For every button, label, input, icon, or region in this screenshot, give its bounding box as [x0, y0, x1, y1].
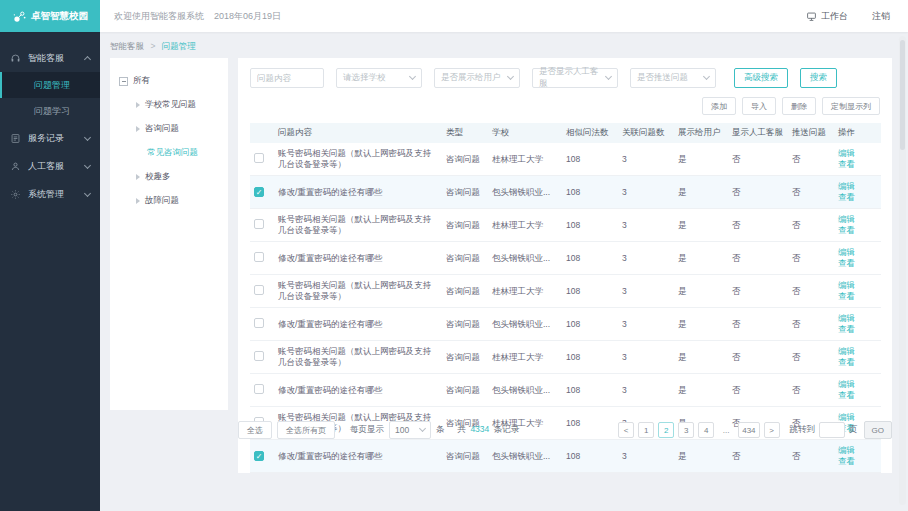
school-select-value: 请选择学校: [343, 72, 386, 84]
edit-link[interactable]: 编辑: [838, 445, 855, 455]
table-row: 修改/重置密码的途径有哪些咨询问题包头钢铁职业...1083是否否编辑查看: [250, 308, 881, 341]
expand-caret-icon[interactable]: [136, 174, 140, 180]
view-link[interactable]: 查看: [838, 192, 855, 202]
operations-cell: 编辑查看: [834, 275, 881, 308]
show-agent-select[interactable]: 是否显示人工客服: [532, 68, 618, 88]
school-select[interactable]: 请选择学校: [336, 68, 422, 88]
per-page-select[interactable]: 100: [389, 421, 431, 439]
operations-cell: 编辑查看: [834, 176, 881, 209]
sidebar-item-human-service[interactable]: 人工客服: [0, 152, 100, 180]
pagination: <1234...434>跳转到页GO: [618, 421, 892, 439]
page-button-3[interactable]: 3: [678, 422, 694, 438]
view-link[interactable]: 查看: [838, 291, 855, 301]
row-checkbox-cell: ✓: [250, 440, 274, 473]
question-type-cell: 咨询问题: [442, 242, 488, 275]
row-checkbox[interactable]: [254, 384, 264, 394]
tree-node-xiaoqudo[interactable]: 校趣多: [119, 165, 219, 189]
row-checkbox[interactable]: ✓: [254, 451, 264, 461]
workbench-link[interactable]: 工作台: [806, 10, 848, 23]
view-link[interactable]: 查看: [838, 456, 855, 466]
row-checkbox[interactable]: ✓: [254, 187, 264, 197]
tree-node-fault-questions[interactable]: 故障问题: [119, 189, 219, 213]
view-link[interactable]: 查看: [838, 159, 855, 169]
sidebar-item-service-records[interactable]: 服务记录: [0, 124, 100, 152]
expand-caret-icon[interactable]: [136, 126, 140, 132]
add-button[interactable]: 添加: [702, 97, 736, 115]
edit-link[interactable]: 编辑: [838, 214, 855, 224]
prev-page-button[interactable]: <: [618, 422, 634, 438]
tree-node-label: 故障问题: [145, 195, 179, 207]
view-link[interactable]: 查看: [838, 390, 855, 400]
row-checkbox[interactable]: [254, 351, 264, 361]
tree-node-common-consult-questions[interactable]: 常见咨询问题: [119, 141, 219, 165]
sidebar-subitem-question-management[interactable]: 问题管理: [0, 72, 100, 98]
view-link[interactable]: 查看: [838, 225, 855, 235]
page-button-2[interactable]: 2: [658, 422, 674, 438]
tree-node-all[interactable]: 所有: [119, 69, 219, 93]
go-button[interactable]: GO: [864, 421, 892, 439]
customize-columns-button[interactable]: 定制显示列: [822, 97, 880, 115]
scrollbar-thumb[interactable]: [900, 40, 905, 150]
row-checkbox[interactable]: [254, 219, 264, 229]
brand-logo[interactable]: 卓智智慧校园: [0, 0, 100, 32]
operations-cell: 编辑查看: [834, 308, 881, 341]
advanced-search-button[interactable]: 高级搜索: [734, 68, 788, 88]
import-button[interactable]: 导入: [742, 97, 776, 115]
question-content-cell: 账号密码相关问题（默认上网密码及支持几台设备登录等）: [274, 275, 442, 308]
jump-page-input[interactable]: [819, 422, 845, 438]
collapse-icon[interactable]: [119, 77, 128, 86]
keyword-input[interactable]: [250, 68, 324, 88]
row-checkbox[interactable]: [254, 285, 264, 295]
row-checkbox[interactable]: [254, 153, 264, 163]
next-page-button[interactable]: >: [764, 422, 780, 438]
push-question-cell: 否: [788, 176, 834, 209]
sidebar-item-system-management[interactable]: 系统管理: [0, 180, 100, 208]
select-all-button[interactable]: 全选: [238, 421, 272, 439]
edit-link[interactable]: 编辑: [838, 181, 855, 191]
select-all-pages-button[interactable]: 全选所有页: [277, 421, 335, 439]
view-link[interactable]: 查看: [838, 357, 855, 367]
tree-node-label: 学校常见问题: [145, 99, 196, 111]
page-button-434[interactable]: 434: [738, 422, 759, 438]
row-checkbox[interactable]: [254, 252, 264, 262]
show-to-user-cell: 是: [674, 341, 728, 374]
breadcrumb-parent[interactable]: 智能客服: [110, 41, 144, 51]
expand-caret-icon[interactable]: [136, 198, 140, 204]
show-agent-cell: 否: [728, 374, 788, 407]
show-to-user-cell: 是: [674, 209, 728, 242]
sidebar-item-smart-service[interactable]: 智能客服: [0, 44, 100, 72]
question-type-cell: 咨询问题: [442, 176, 488, 209]
chevron-down-icon: [605, 73, 612, 80]
page-button-1[interactable]: 1: [638, 422, 654, 438]
show-agent-cell: 否: [728, 143, 788, 176]
delete-button[interactable]: 删除: [782, 97, 816, 115]
chevron-down-icon: [507, 73, 514, 80]
view-link[interactable]: 查看: [838, 324, 855, 334]
school-name-cell: 桂林理工大学: [488, 275, 562, 308]
page-scrollbar[interactable]: [899, 36, 906, 505]
logout-link[interactable]: 注销: [872, 10, 890, 23]
push-question-select-value: 是否推送问题: [637, 72, 688, 84]
question-content-cell: 账号密码相关问题（默认上网密码及支持几台设备登录等）: [274, 143, 442, 176]
expand-caret-icon[interactable]: [136, 102, 140, 108]
page-button-4[interactable]: 4: [698, 422, 714, 438]
edit-link[interactable]: 编辑: [838, 280, 855, 290]
monitor-icon: [806, 11, 817, 22]
edit-link[interactable]: 编辑: [838, 148, 855, 158]
show-to-user-select[interactable]: 是否展示给用户: [434, 68, 520, 88]
view-link[interactable]: 查看: [838, 258, 855, 268]
edit-link[interactable]: 编辑: [838, 379, 855, 389]
search-button[interactable]: 搜索: [800, 68, 837, 88]
edit-link[interactable]: 编辑: [838, 313, 855, 323]
sidebar-subitem-question-learning[interactable]: 问题学习: [0, 98, 100, 124]
edit-link[interactable]: 编辑: [838, 247, 855, 257]
similar-count-cell: 108: [562, 143, 618, 176]
tree-node-consult-questions[interactable]: 咨询问题: [119, 117, 219, 141]
push-question-cell: 否: [788, 143, 834, 176]
tree-node-school-faq[interactable]: 学校常见问题: [119, 93, 219, 117]
push-question-select[interactable]: 是否推送问题: [630, 68, 716, 88]
row-checkbox[interactable]: [254, 318, 264, 328]
table-row: 账号密码相关问题（默认上网密码及支持几台设备登录等）咨询问题桂林理工大学1083…: [250, 143, 881, 176]
related-count-cell: 3: [618, 341, 674, 374]
edit-link[interactable]: 编辑: [838, 346, 855, 356]
